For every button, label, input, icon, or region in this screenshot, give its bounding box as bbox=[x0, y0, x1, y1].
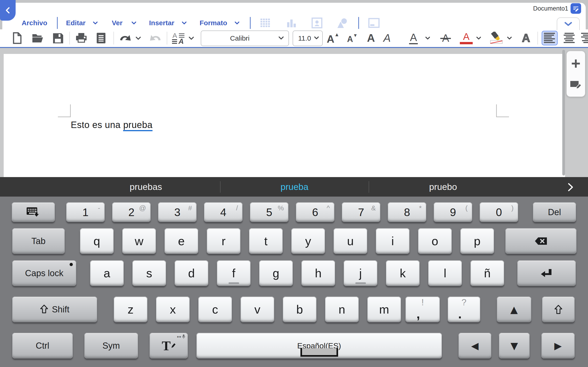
key-ñ[interactable]: ñ bbox=[470, 260, 504, 286]
key-f[interactable]: f bbox=[217, 260, 251, 286]
image-button[interactable] bbox=[310, 16, 324, 30]
print-button[interactable] bbox=[74, 31, 89, 45]
suggestion-item-selected[interactable]: prueba bbox=[280, 177, 308, 197]
bold-button[interactable]: A bbox=[365, 31, 377, 45]
decrease-font-button[interactable]: A▼ bbox=[345, 31, 359, 45]
reading-view-button[interactable] bbox=[94, 31, 108, 45]
key-del[interactable]: Del bbox=[533, 202, 576, 222]
save-button[interactable] bbox=[51, 31, 65, 45]
key-p[interactable]: p bbox=[460, 228, 494, 254]
key-q[interactable]: q bbox=[80, 228, 114, 254]
key-arrow-down[interactable]: ▼ bbox=[499, 333, 530, 359]
font-size-select[interactable]: 11.0 bbox=[293, 31, 323, 46]
underline-options-button[interactable] bbox=[424, 31, 431, 45]
key-5[interactable]: 5% bbox=[250, 202, 288, 222]
key-j[interactable]: j bbox=[344, 260, 377, 286]
key-h[interactable]: h bbox=[301, 260, 335, 286]
key-comma[interactable]: ,! bbox=[405, 297, 440, 322]
new-document-button[interactable] bbox=[11, 31, 24, 45]
key-ctrl[interactable]: Ctrl bbox=[12, 333, 73, 359]
edit-document-button[interactable] bbox=[571, 3, 581, 14]
menu-formato-chevron[interactable] bbox=[234, 17, 240, 29]
key-r[interactable]: r bbox=[207, 228, 241, 254]
menu-editar-chevron[interactable] bbox=[93, 17, 98, 29]
key-1[interactable]: 1- bbox=[66, 202, 105, 222]
key-z[interactable]: z bbox=[114, 297, 147, 322]
key-enter[interactable] bbox=[517, 260, 576, 286]
key-g[interactable]: g bbox=[259, 260, 293, 286]
key-0[interactable]: 0) bbox=[480, 202, 518, 222]
highlighter-button[interactable] bbox=[487, 31, 505, 45]
undo-button[interactable] bbox=[118, 31, 132, 45]
redo-button[interactable] bbox=[149, 31, 162, 45]
key-b[interactable]: b bbox=[283, 297, 317, 322]
key-m[interactable]: m bbox=[367, 297, 401, 322]
align-right-button[interactable] bbox=[579, 31, 588, 45]
open-button[interactable] bbox=[30, 31, 45, 45]
key-tab[interactable]: Tab bbox=[12, 228, 65, 254]
collapse-toolbar-button[interactable] bbox=[557, 17, 580, 30]
key-shift-right[interactable] bbox=[542, 297, 575, 322]
key-s[interactable]: s bbox=[132, 260, 166, 286]
key-w[interactable]: w bbox=[122, 228, 156, 254]
key-backspace[interactable] bbox=[505, 228, 577, 254]
key-8[interactable]: 8* bbox=[388, 202, 426, 222]
menu-ver-chevron[interactable] bbox=[131, 17, 137, 29]
footer-button[interactable] bbox=[367, 16, 381, 30]
key-4[interactable]: 4/ bbox=[204, 202, 242, 222]
align-center-button[interactable] bbox=[562, 31, 576, 45]
key-arrow-left[interactable]: ◀ bbox=[458, 333, 491, 359]
bar-chart-button[interactable] bbox=[284, 16, 299, 30]
menu-archivo[interactable]: Archivo bbox=[22, 17, 47, 29]
hide-keyboard-key[interactable] bbox=[12, 202, 55, 222]
scrollbar[interactable] bbox=[562, 50, 565, 175]
font-style-button[interactable]: AA bbox=[171, 31, 186, 45]
table-button[interactable] bbox=[258, 16, 272, 30]
font-color-button[interactable]: A bbox=[459, 31, 473, 45]
add-button[interactable]: + bbox=[567, 54, 585, 73]
document-page[interactable]: Esto es una prueba bbox=[4, 54, 565, 177]
back-button[interactable] bbox=[0, 0, 16, 21]
suggestion-item[interactable]: pruebo bbox=[429, 177, 457, 197]
key-n[interactable]: n bbox=[325, 297, 359, 322]
align-left-button[interactable] bbox=[542, 31, 558, 45]
key-l[interactable]: l bbox=[428, 260, 462, 286]
key-t[interactable]: t bbox=[249, 228, 283, 254]
menu-insertar[interactable]: Insertar bbox=[149, 17, 174, 29]
menu-insertar-chevron[interactable] bbox=[182, 17, 187, 29]
key-shift-left[interactable]: Shift bbox=[12, 297, 97, 322]
key-space[interactable]: Español(ES) bbox=[196, 333, 442, 359]
key-text-input-mode[interactable]: T ●● bbox=[149, 333, 188, 359]
font-color-options-button[interactable] bbox=[476, 31, 482, 45]
outline-font-button[interactable]: A bbox=[520, 31, 532, 45]
increase-font-button[interactable]: A▲ bbox=[325, 31, 341, 45]
key-9[interactable]: 9( bbox=[434, 202, 472, 222]
menu-formato[interactable]: Formato bbox=[199, 17, 227, 29]
key-2[interactable]: 2@ bbox=[112, 202, 151, 222]
key-3[interactable]: 3# bbox=[158, 202, 197, 222]
highlighter-options-button[interactable] bbox=[506, 31, 513, 45]
font-style-options-button[interactable] bbox=[188, 31, 195, 45]
font-name-select[interactable]: Calibri bbox=[201, 31, 289, 46]
key-y[interactable]: y bbox=[291, 228, 325, 254]
menu-editar[interactable]: Editar bbox=[66, 17, 86, 29]
undo-options-button[interactable] bbox=[135, 31, 142, 45]
menu-ver[interactable]: Ver bbox=[112, 17, 123, 29]
key-k[interactable]: k bbox=[386, 260, 420, 286]
underline-button[interactable]: A bbox=[407, 31, 420, 45]
italic-button[interactable]: A bbox=[382, 31, 392, 45]
key-o[interactable]: o bbox=[418, 228, 452, 254]
key-d[interactable]: d bbox=[174, 260, 208, 286]
key-period[interactable]: .? bbox=[448, 297, 480, 322]
more-suggestions-button[interactable] bbox=[567, 183, 574, 193]
strikethrough-button[interactable]: A bbox=[439, 31, 452, 45]
key-6[interactable]: 6^ bbox=[296, 202, 334, 222]
suggestion-item[interactable]: pruebas bbox=[130, 177, 162, 197]
edit-note-button[interactable] bbox=[567, 77, 585, 93]
key-arrow-right[interactable]: ▶ bbox=[541, 333, 575, 359]
key-i[interactable]: i bbox=[376, 228, 409, 254]
key-e[interactable]: e bbox=[164, 228, 198, 254]
key-u[interactable]: u bbox=[334, 228, 367, 254]
key-sym[interactable]: Sym bbox=[84, 333, 138, 359]
key-caps-lock[interactable]: Caps lock bbox=[12, 260, 76, 286]
